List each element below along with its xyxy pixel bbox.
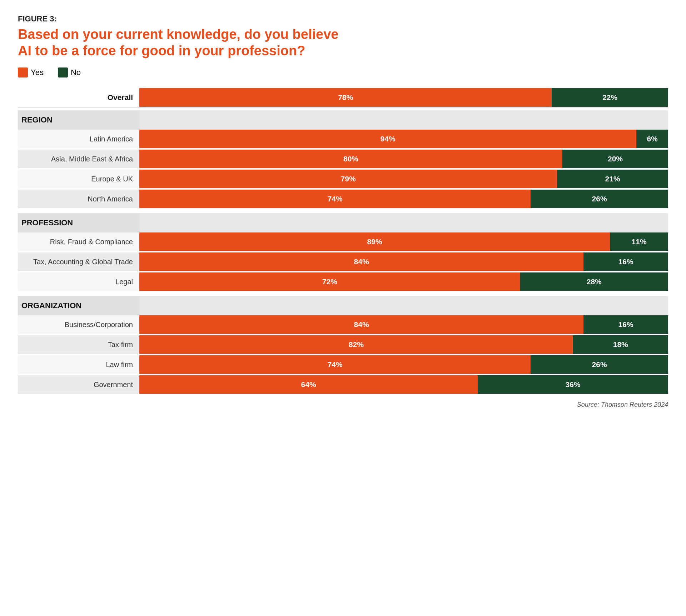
bar-no-2-1: 18% xyxy=(573,335,668,354)
bar-yes-0-0: 94% xyxy=(139,130,636,148)
bar-yes-2-2: 74% xyxy=(139,355,531,374)
legend-yes-box xyxy=(18,67,28,77)
bar-no-0-1: 20% xyxy=(562,150,668,168)
section-header-2: ORGANIZATION xyxy=(18,296,668,315)
bar-area-2-0: 84% 16% xyxy=(139,315,668,334)
bar-no-1-1: 16% xyxy=(583,252,668,271)
bar-no-2-0: 16% xyxy=(583,315,668,334)
data-row-2-1: Tax firm 82% 18% xyxy=(18,335,668,354)
data-row-0-2: Europe & UK 79% 21% xyxy=(18,170,668,188)
section-header-label-0: REGION xyxy=(18,110,139,130)
row-label-0-1: Asia, Middle East & Africa xyxy=(18,155,139,163)
bar-area-0-2: 79% 21% xyxy=(139,170,668,188)
bar-yes-1-1: 84% xyxy=(139,252,583,271)
bar-no-2-3: 36% xyxy=(478,375,668,394)
bar-no-0-0: 6% xyxy=(636,130,668,148)
data-row-1-0: Risk, Fraud & Compliance 89% 11% xyxy=(18,232,668,251)
row-label-0-2: Europe & UK xyxy=(18,175,139,183)
bar-yes-0-3: 74% xyxy=(139,190,531,208)
bar-no-1-2: 28% xyxy=(520,272,668,291)
bar-no-1-0: 11% xyxy=(610,232,668,251)
row-label-2-2: Law firm xyxy=(18,361,139,369)
bar-yes-1-0: 89% xyxy=(139,232,610,251)
section-header-label-1: PROFESSION xyxy=(18,213,139,232)
section-header-0: REGION xyxy=(18,110,668,130)
sections-container: REGION Latin America 94% 6% Asia, Middle… xyxy=(18,110,668,394)
row-label-1-0: Risk, Fraud & Compliance xyxy=(18,238,139,246)
row-label-2-0: Business/Corporation xyxy=(18,321,139,329)
bar-yes-2-0: 84% xyxy=(139,315,583,334)
row-label-0-0: Latin America xyxy=(18,135,139,143)
legend-no: No xyxy=(58,67,81,77)
data-row-0-1: Asia, Middle East & Africa 80% 20% xyxy=(18,150,668,168)
bar-area-0-0: 94% 6% xyxy=(139,130,668,148)
source: Source: Thomson Reuters 2024 xyxy=(18,401,668,409)
overall-bar-yes: 78% xyxy=(139,88,552,107)
overall-row: Overall 78% 22% xyxy=(18,88,668,107)
overall-label: Overall xyxy=(18,93,139,102)
row-label-2-1: Tax firm xyxy=(18,341,139,349)
data-row-0-3: North America 74% 26% xyxy=(18,190,668,208)
data-row-1-1: Tax, Accounting & Global Trade 84% 16% xyxy=(18,252,668,271)
bar-yes-2-3: 64% xyxy=(139,375,478,394)
bar-no-2-2: 26% xyxy=(531,355,668,374)
row-label-1-2: Legal xyxy=(18,278,139,286)
legend: Yes No xyxy=(18,67,668,77)
bar-yes-2-1: 82% xyxy=(139,335,573,354)
figure-title: Based on your current knowledge, do you … xyxy=(18,26,339,59)
legend-no-box xyxy=(58,67,68,77)
bar-area-0-1: 80% 20% xyxy=(139,150,668,168)
data-row-2-2: Law firm 74% 26% xyxy=(18,355,668,374)
data-row-1-2: Legal 72% 28% xyxy=(18,272,668,291)
row-label-2-3: Government xyxy=(18,381,139,389)
section-header-1: PROFESSION xyxy=(18,213,668,232)
bar-area-2-3: 64% 36% xyxy=(139,375,668,394)
row-label-0-3: North America xyxy=(18,195,139,203)
chart-container: Overall 78% 22% REGION Latin America 94%… xyxy=(18,88,668,394)
data-row-0-0: Latin America 94% 6% xyxy=(18,130,668,148)
overall-bar-no: 22% xyxy=(552,88,668,107)
section-header-blank-2 xyxy=(139,296,668,315)
data-row-2-0: Business/Corporation 84% 16% xyxy=(18,315,668,334)
bar-no-0-2: 21% xyxy=(557,170,668,188)
figure-label: FIGURE 3: xyxy=(18,14,668,24)
bar-yes-0-1: 80% xyxy=(139,150,562,168)
section-spacer-1 xyxy=(18,292,668,296)
bar-yes-1-2: 72% xyxy=(139,272,520,291)
legend-yes: Yes xyxy=(18,67,44,77)
bar-area-1-0: 89% 11% xyxy=(139,232,668,251)
bar-area-1-1: 84% 16% xyxy=(139,252,668,271)
legend-yes-label: Yes xyxy=(31,68,44,77)
bar-area-2-1: 82% 18% xyxy=(139,335,668,354)
bar-area-1-2: 72% 28% xyxy=(139,272,668,291)
data-row-2-3: Government 64% 36% xyxy=(18,375,668,394)
row-label-1-1: Tax, Accounting & Global Trade xyxy=(18,258,139,266)
section-header-blank-0 xyxy=(139,110,668,130)
legend-no-label: No xyxy=(71,68,81,77)
bar-no-0-3: 26% xyxy=(531,190,668,208)
bar-area-0-3: 74% 26% xyxy=(139,190,668,208)
bar-yes-0-2: 79% xyxy=(139,170,557,188)
section-header-label-2: ORGANIZATION xyxy=(18,296,139,315)
bar-area-2-2: 74% 26% xyxy=(139,355,668,374)
section-header-blank-1 xyxy=(139,213,668,232)
overall-bar: 78% 22% xyxy=(139,88,668,107)
section-spacer-0 xyxy=(18,210,668,213)
